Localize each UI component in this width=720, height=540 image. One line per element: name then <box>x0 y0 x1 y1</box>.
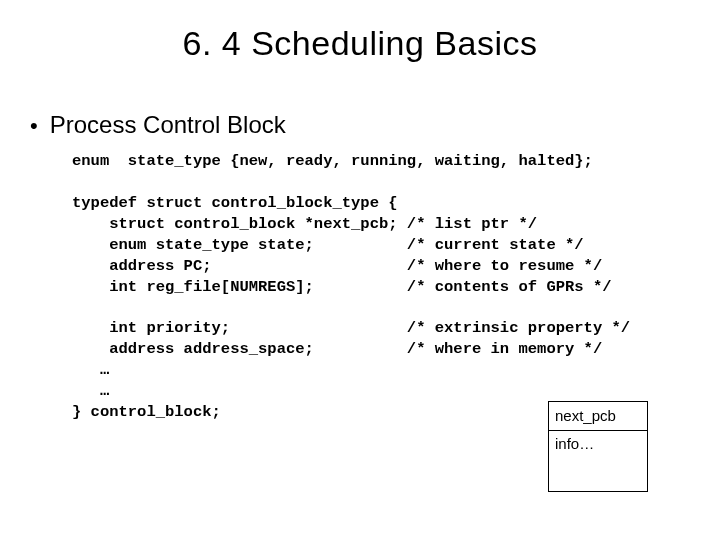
bullet-text: Process Control Block <box>50 111 286 139</box>
code-block: enum state_type {new, ready, running, wa… <box>72 151 720 423</box>
bullet-item: • Process Control Block <box>30 111 720 139</box>
slide: 6. 4 Scheduling Basics • Process Control… <box>0 0 720 540</box>
bullet-dot-icon: • <box>30 115 38 137</box>
diagram-top-cell: next_pcb <box>549 402 647 431</box>
pcb-diagram: next_pcb info… <box>548 401 648 492</box>
diagram-bottom-cell: info… <box>549 431 647 491</box>
slide-title: 6. 4 Scheduling Basics <box>0 0 720 63</box>
